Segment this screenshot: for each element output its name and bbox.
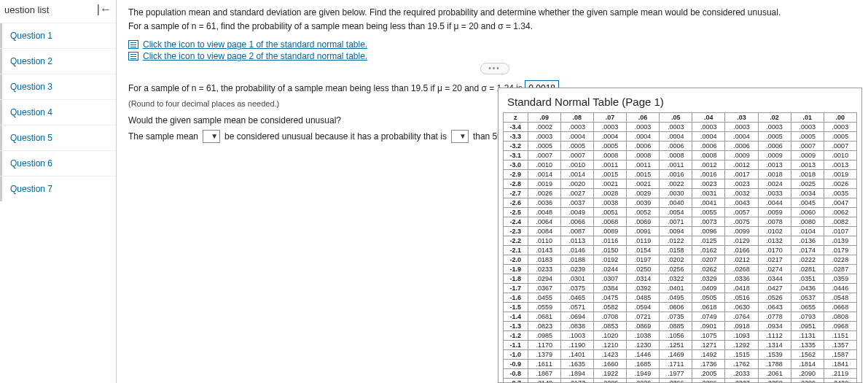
z-cell: .0436: [791, 284, 824, 293]
table-row: -1.8.0294.0301.0307.0314.0322.0329.0336.…: [504, 274, 857, 284]
dropdown-compare[interactable]: ▼: [451, 130, 469, 143]
z-cell: .0016: [692, 170, 725, 179]
z-cell: .1685: [627, 360, 660, 369]
z-cell: .1736: [692, 360, 725, 369]
z-header: .05: [660, 113, 692, 123]
z-cell: .1003: [560, 331, 593, 341]
z-row-label: -2.7: [504, 189, 528, 198]
z-cell: .0869: [627, 322, 660, 331]
link-page2[interactable]: Click the icon to view page 2 of the sta…: [143, 51, 367, 61]
z-cell: .0287: [824, 265, 856, 274]
problem-line2: For a sample of n = 61, find the probabi…: [128, 20, 861, 34]
z-cell: .0006: [758, 142, 791, 151]
table-row: -1.9.0233.0239.0244.0250.0256.0262.0268.…: [504, 265, 857, 274]
z-cell: .0009: [791, 151, 824, 160]
z-cell: .2358: [758, 379, 791, 383]
z-cell: .0028: [593, 189, 626, 198]
sidebar-item-q3[interactable]: Question 3: [0, 74, 116, 99]
z-cell: .2296: [692, 379, 725, 383]
z-cell: .0012: [692, 160, 725, 170]
z-cell: .0571: [560, 303, 593, 312]
z-cell: .0003: [791, 123, 824, 132]
z-cell: .0045: [791, 198, 824, 208]
z-cell: .0003: [824, 123, 856, 132]
z-cell: .0048: [528, 208, 560, 217]
z-cell: .0059: [758, 208, 791, 217]
sidebar-item-q2[interactable]: Question 2: [0, 48, 116, 74]
z-cell: .0668: [824, 303, 856, 312]
sidebar-item-q1[interactable]: Question 1: [0, 23, 116, 48]
z-row-label: -2.2: [504, 236, 528, 246]
z-cell: .0934: [758, 322, 791, 331]
z-cell: .1020: [593, 331, 626, 341]
z-cell: .0116: [593, 236, 626, 246]
z-cell: .0003: [560, 123, 593, 132]
table-icon[interactable]: [128, 52, 138, 61]
z-header: .09: [528, 113, 560, 123]
z-cell: .0007: [824, 142, 856, 151]
z-cell: .0548: [824, 293, 856, 303]
z-cell: .0027: [560, 189, 593, 198]
sidebar-item-q5[interactable]: Question 5: [0, 125, 116, 150]
z-cell: .0618: [692, 303, 725, 312]
z-cell: .0012: [725, 160, 758, 170]
z-cell: .0091: [627, 227, 660, 236]
z-cell: .0073: [692, 217, 725, 227]
collapse-icon[interactable]: |←: [97, 3, 112, 16]
sidebar-item-q6[interactable]: Question 6: [0, 150, 116, 176]
link-page1-row: Click the icon to view page 1 of the sta…: [128, 39, 861, 50]
z-cell: .0013: [824, 160, 856, 170]
z-cell: .0885: [660, 322, 692, 331]
table-icon[interactable]: [128, 40, 138, 49]
z-cell: .0582: [593, 303, 626, 312]
z-cell: .0019: [528, 179, 560, 189]
z-cell: .0838: [560, 322, 593, 331]
z-row-label: -1.7: [504, 284, 528, 293]
sidebar-item-q7[interactable]: Question 7: [0, 176, 116, 201]
table-row: -3.0.0010.0010.0011.0011.0011.0012.0012.…: [504, 160, 857, 170]
z-cell: .0006: [627, 142, 660, 151]
sidebar-item-q4[interactable]: Question 4: [0, 99, 116, 125]
z-cell: .1587: [824, 350, 856, 360]
table-row: -2.2.0110.0113.0116.0119.0122.0125.0129.…: [504, 236, 857, 246]
z-cell: .0427: [758, 284, 791, 293]
chevron-down-icon: ▼: [459, 132, 466, 140]
z-cell: .0202: [660, 255, 692, 265]
z-cell: .0294: [528, 274, 560, 284]
z-table-panel: Standard Normal Table (Page 1) z.09.08.0…: [498, 88, 862, 383]
z-cell: .1131: [791, 331, 824, 341]
z-cell: .0096: [692, 227, 725, 236]
z-header: .07: [593, 113, 626, 123]
z-cell: .0003: [528, 132, 560, 142]
dropdown-would[interactable]: ▼: [203, 130, 220, 143]
z-cell: .2389: [791, 379, 824, 383]
z-header: .04: [692, 113, 725, 123]
unusual-pre: The sample mean: [128, 131, 198, 142]
z-cell: .0526: [758, 293, 791, 303]
z-cell: .0150: [593, 246, 626, 255]
z-cell: .0465: [560, 293, 593, 303]
z-cell: .0314: [627, 274, 660, 284]
expand-button[interactable]: [480, 63, 509, 74]
z-cell: .0019: [824, 170, 856, 179]
z-table: z.09.08.07.06.05.04.03.02.01.00-3.4.0002…: [503, 112, 857, 382]
z-cell: .0102: [758, 227, 791, 236]
z-cell: .0158: [660, 246, 692, 255]
z-cell: .2005: [692, 369, 725, 379]
z-cell: .0016: [660, 170, 692, 179]
z-cell: .0107: [824, 227, 856, 236]
z-row-label: -1.9: [504, 265, 528, 274]
z-cell: .0047: [824, 198, 856, 208]
z-cell: .0630: [725, 303, 758, 312]
table-row: -1.4.0681.0694.0708.0721.0735.0749.0764.…: [504, 312, 857, 322]
table-row: -2.3.0084.0087.0089.0091.0094.0096.0099.…: [504, 227, 857, 236]
z-cell: .1635: [560, 360, 593, 369]
link-page2-row: Click the icon to view page 2 of the sta…: [128, 51, 861, 61]
z-cell: .1038: [627, 331, 660, 341]
z-table-wrap[interactable]: z.09.08.07.06.05.04.03.02.01.00-3.4.0002…: [498, 112, 861, 382]
table-row: -1.6.0455.0465.0475.0485.0495.0505.0516.…: [504, 293, 857, 303]
z-row-label: -1.1: [504, 341, 528, 350]
z-cell: .0005: [824, 132, 856, 142]
z-row-label: -3.1: [504, 151, 528, 160]
link-page1[interactable]: Click the icon to view page 1 of the sta…: [143, 39, 367, 50]
